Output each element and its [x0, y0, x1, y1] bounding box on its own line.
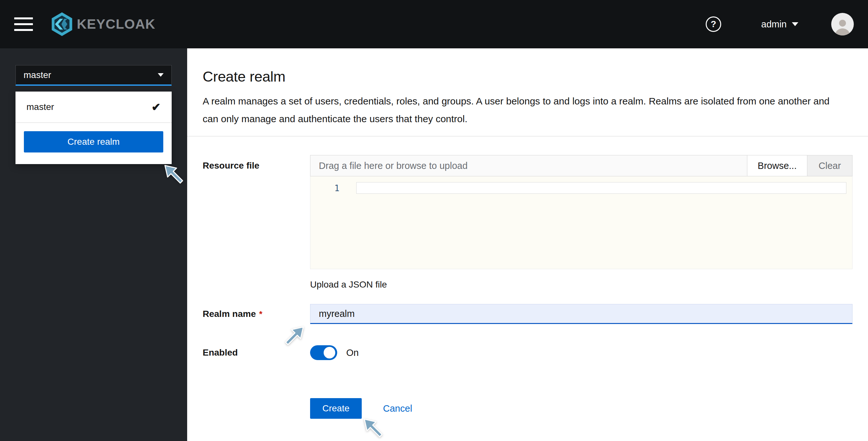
enabled-row: Enabled On: [203, 345, 852, 360]
keycloak-wordmark: KEYCLOAK: [77, 16, 156, 32]
hamburger-icon: [14, 23, 33, 25]
page-title: Create realm: [203, 68, 852, 85]
upload-help-text: Upload a JSON file: [310, 279, 852, 290]
main-content: Create realm A realm manages a set of us…: [187, 48, 868, 441]
line-number: 1: [310, 183, 339, 193]
required-asterisk: *: [259, 309, 262, 319]
page-description: A realm manages a set of users, credenti…: [203, 92, 843, 128]
enabled-field: On: [310, 345, 852, 360]
editor-input-line[interactable]: [356, 182, 846, 194]
chevron-down-icon: [158, 73, 164, 77]
chevron-down-icon: [792, 22, 798, 26]
enabled-label: Enabled: [203, 347, 310, 358]
realm-selector-value: master: [24, 70, 51, 80]
keycloak-logo: KEYCLOAK: [49, 11, 156, 37]
form-actions: Create Cancel: [310, 398, 852, 419]
toggle-knob: [323, 347, 335, 359]
hamburger-icon: [14, 29, 33, 31]
question-icon: ?: [711, 19, 716, 29]
divider: [187, 136, 868, 136]
create-realm-form: Resource file Browse... Clear 1 Upload a…: [203, 155, 852, 419]
realm-option-master[interactable]: master ✔: [16, 92, 172, 123]
sidebar: master master ✔ Create realm: [0, 48, 187, 441]
actions-row: Create Cancel: [203, 360, 852, 419]
create-realm-menu-button[interactable]: Create realm: [24, 131, 163, 152]
nav-toggle-button[interactable]: [14, 18, 33, 31]
help-button[interactable]: ?: [706, 16, 721, 32]
person-icon: [833, 17, 852, 35]
resource-file-field: Browse... Clear 1 Upload a JSON file: [310, 155, 852, 290]
realm-name-input[interactable]: [310, 304, 852, 324]
avatar[interactable]: [831, 13, 854, 35]
browse-button[interactable]: Browse...: [747, 156, 807, 176]
user-menu-dropdown[interactable]: admin: [759, 19, 800, 30]
resource-file-label: Resource file: [203, 155, 310, 290]
actions-spacer: [203, 360, 310, 419]
realm-name-label: Realm name*: [203, 309, 310, 319]
realm-selector-toggle[interactable]: master: [16, 65, 172, 86]
create-button[interactable]: Create: [310, 398, 362, 419]
enabled-toggle[interactable]: [310, 345, 337, 360]
masthead: KEYCLOAK ? admin: [0, 0, 868, 48]
json-editor[interactable]: 1: [310, 176, 852, 269]
username: admin: [761, 19, 787, 30]
resource-file-row: Resource file Browse... Clear 1 Upload a…: [203, 155, 852, 290]
header-toolbar: ? admin: [706, 13, 854, 35]
realm-name-label-text: Realm name: [203, 309, 256, 319]
realm-name-field: [310, 304, 852, 324]
realm-option-label: master: [27, 102, 54, 112]
keycloak-admin-console: KEYCLOAK ? admin master m: [0, 0, 868, 441]
realm-dropdown-menu: master ✔ Create realm: [16, 92, 172, 164]
clear-button[interactable]: Clear: [807, 156, 852, 176]
toggle-state-label: On: [346, 347, 359, 358]
divider: [16, 123, 172, 123]
hamburger-icon: [14, 18, 33, 19]
file-upload-filename-input[interactable]: [310, 156, 747, 176]
keycloak-logo-icon: [49, 11, 75, 37]
file-upload-control: Browse... Clear: [310, 155, 852, 176]
check-icon: ✔: [152, 101, 161, 113]
cancel-link[interactable]: Cancel: [383, 403, 412, 414]
realm-name-row: Realm name*: [203, 304, 852, 324]
